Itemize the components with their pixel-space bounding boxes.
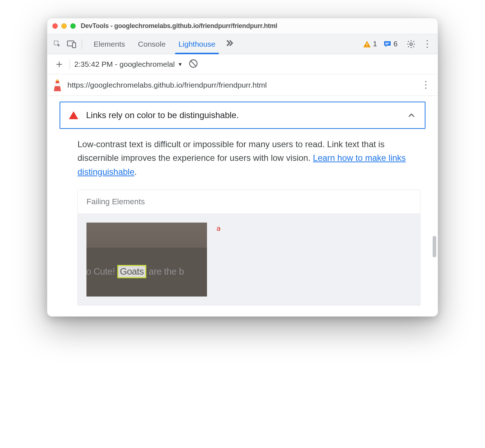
failing-elements-section: Failing Elements So Cute! Goats are the … [77,190,420,305]
more-options-button[interactable]: ⋮ [420,38,434,50]
report-menu-button[interactable]: ⋮ [419,79,433,90]
report-url: https://googlechromelabs.github.io/frien… [67,81,419,89]
issues-badges: 1 6 [363,40,397,48]
device-toolbar-icon[interactable] [65,38,78,51]
warnings-badge[interactable]: 1 [363,40,377,48]
svg-rect-5 [385,43,390,43]
devtools-window: DevTools - googlechromelabs.github.io/fr… [47,18,438,317]
new-report-button[interactable]: ＋ [51,57,67,71]
failing-elements-heading: Failing Elements [78,190,420,214]
tab-lighthouse[interactable]: Lighthouse [177,34,217,54]
message-icon [383,40,391,48]
svg-rect-9 [56,81,59,83]
svg-point-7 [410,43,413,45]
traffic-lights [52,23,76,29]
failing-elements-body: So Cute! Goats are the b a [78,214,420,305]
audit-title: Links rely on color to be distinguishabl… [86,110,399,120]
close-window-button[interactable] [52,23,58,29]
titlebar: DevTools - googlechromelabs.github.io/fr… [47,18,438,34]
warning-icon [363,41,371,48]
devtools-toolbar: Elements Console Lighthouse 1 [47,34,438,54]
separator [70,59,70,69]
fail-triangle-icon [69,111,78,119]
svg-rect-4 [367,46,367,47]
clear-button[interactable] [188,59,198,70]
settings-button[interactable] [405,38,418,51]
messages-badge[interactable]: 6 [383,40,397,48]
separator [82,39,82,49]
svg-rect-2 [72,43,76,48]
thumb-text-pre: So Cute! [86,266,117,277]
audit-description: Low-contrast text is difficult or imposs… [77,137,420,179]
svg-rect-3 [367,43,367,45]
zoom-window-button[interactable] [70,23,76,29]
messages-count: 6 [394,40,397,48]
chevron-up-icon [407,111,416,120]
window-title: DevTools - googlechromelabs.github.io/fr… [81,22,277,30]
panel-tabs: Elements Console Lighthouse [92,34,217,54]
lighthouse-icon [52,79,62,91]
element-screenshot[interactable]: So Cute! Goats are the b [86,223,207,297]
minimize-window-button[interactable] [61,23,67,29]
warnings-count: 1 [373,40,377,48]
report-selector[interactable]: 2:35:42 PM - googlechromelal ▼ [74,60,183,69]
thumb-text-post: are the b [146,266,184,277]
report-selector-label: 2:35:42 PM - googlechromelal [74,60,175,69]
gear-icon [406,39,416,49]
tab-console[interactable]: Console [137,34,167,54]
dropdown-triangle-icon: ▼ [178,61,183,67]
scrollbar-thumb[interactable] [433,236,436,257]
audit-desc-post: . [135,167,137,177]
more-tabs-button[interactable] [225,38,234,50]
audit-summary[interactable]: Links rely on color to be distinguishabl… [60,102,425,129]
tab-elements[interactable]: Elements [92,34,127,54]
thumb-highlighted-word: Goats [117,265,146,278]
report-content: Links rely on color to be distinguishabl… [47,96,438,316]
svg-rect-6 [385,44,388,45]
lighthouse-toolbar: ＋ 2:35:42 PM - googlechromelal ▼ [47,54,438,74]
inspect-element-icon[interactable] [51,38,64,51]
element-tag-name: a [216,223,221,233]
report-url-bar: https://googlechromelabs.github.io/frien… [47,74,438,96]
clear-icon [188,59,198,69]
